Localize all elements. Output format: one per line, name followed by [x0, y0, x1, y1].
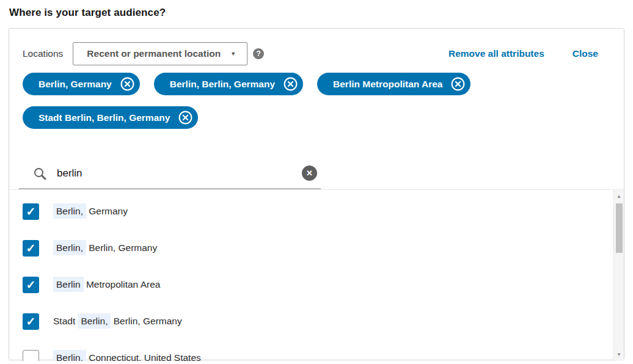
location-type-dropdown[interactable]: Recent or permanent location ▼	[73, 42, 247, 65]
location-type-dropdown-value: Recent or permanent location	[87, 48, 221, 59]
label-suffix: Metropolitan Area	[84, 279, 161, 289]
search-icon	[32, 166, 47, 181]
checkbox-checked[interactable]: ✓	[23, 203, 39, 220]
scroll-up-icon[interactable]: ▲	[614, 194, 624, 199]
pill-berlin-metropolitan-area: Berlin Metropolitan Area	[317, 73, 470, 95]
list-item[interactable]: Berlin, Connecticut, United States	[9, 340, 613, 361]
chevron-down-icon: ▼	[230, 51, 236, 57]
match-highlight: Berlin,	[53, 240, 86, 255]
match-highlight: Berlin	[53, 277, 84, 292]
label-suffix: Berlin, Germany	[86, 242, 157, 253]
checkbox-checked[interactable]: ✓	[23, 277, 39, 293]
match-highlight: Berlin,	[53, 203, 86, 219]
pill-label: Berlin, Germany	[38, 79, 112, 90]
checkbox-unchecked[interactable]	[23, 350, 39, 362]
selected-location-pills: Berlin, Germany Berlin, Berlin, Germany …	[23, 73, 610, 129]
match-highlight: Berlin,	[78, 313, 111, 329]
pill-stadt-berlin: Stadt Berlin, Berlin, Germany	[23, 106, 198, 129]
checkbox-checked[interactable]: ✓	[23, 240, 39, 257]
location-search: ✕	[19, 162, 321, 189]
dismiss-icon[interactable]	[178, 110, 193, 125]
match-highlight: Berlin,	[53, 350, 86, 361]
label-suffix: Berlin, Germany	[111, 316, 181, 326]
suggestion-rows: ✓ Berlin, Germany ✓ Berlin, Berlin, Germ…	[9, 190, 624, 361]
pill-label: Stadt Berlin, Berlin, Germany	[38, 112, 170, 123]
dismiss-icon[interactable]	[283, 76, 298, 92]
list-item-label: Berlin Metropolitan Area	[53, 279, 160, 290]
label-suffix: Connecticut, United States	[86, 352, 201, 361]
pill-berlin-berlin-germany: Berlin, Berlin, Germany	[154, 73, 303, 95]
dismiss-icon[interactable]	[120, 76, 135, 92]
label-suffix: Germany	[86, 206, 128, 216]
list-item[interactable]: ✓ Berlin, Berlin, Germany	[9, 230, 613, 266]
label-prefix: Stadt	[53, 316, 78, 326]
locations-label: Locations	[23, 48, 63, 59]
list-item-label: Stadt Berlin, Berlin, Germany	[53, 316, 182, 327]
list-item-label: Berlin, Connecticut, United States	[53, 352, 201, 361]
list-item-label: Berlin, Berlin, Germany	[53, 242, 157, 253]
panel-header: Locations Recent or permanent location ▼…	[9, 29, 624, 65]
locations-attribute-panel: Locations Recent or permanent location ▼…	[9, 28, 624, 360]
help-icon[interactable]: ?	[253, 48, 264, 59]
list-item[interactable]: ✓ Stadt Berlin, Berlin, Germany	[9, 303, 613, 340]
list-item[interactable]: ✓ Berlin, Germany	[9, 193, 613, 230]
pill-label: Berlin Metropolitan Area	[333, 79, 442, 90]
scrollbar-thumb[interactable]	[616, 203, 623, 253]
pill-label: Berlin, Berlin, Germany	[170, 79, 275, 90]
list-item[interactable]: ✓ Berlin Metropolitan Area	[9, 266, 613, 303]
clear-search-icon[interactable]: ✕	[302, 166, 317, 181]
close-link[interactable]: Close	[573, 48, 598, 59]
pill-berlin-germany: Berlin, Germany	[23, 73, 140, 95]
scroll-down-icon[interactable]: ▼	[614, 352, 624, 357]
list-item-label: Berlin, Germany	[53, 206, 128, 217]
scrollbar[interactable]: ▲ ▼	[613, 190, 624, 361]
search-input[interactable]	[57, 167, 302, 180]
location-suggestions-list: ✓ Berlin, Germany ✓ Berlin, Berlin, Germ…	[9, 189, 624, 361]
page-title: Where is your target audience?	[9, 7, 633, 19]
checkbox-checked[interactable]: ✓	[23, 313, 39, 330]
dismiss-icon[interactable]	[450, 76, 466, 92]
remove-all-attributes-link[interactable]: Remove all attributes	[448, 48, 544, 59]
